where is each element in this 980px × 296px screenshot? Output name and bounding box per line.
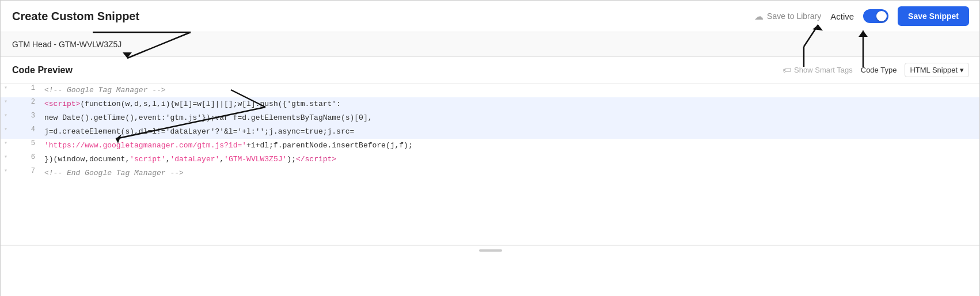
line-content: 'https://www.googletagmanager.com/gtm.js… — [44, 139, 980, 152]
line-expand-dot: ▾ — [4, 167, 7, 174]
save-snippet-button[interactable]: Save Snippet — [898, 6, 969, 26]
cloud-icon: ☁ — [754, 11, 764, 22]
line-number: 5 — [24, 139, 35, 147]
line-controls: ▾ — [1, 167, 24, 174]
header: Create Custom Snippet ☁ Save to Library … — [1, 1, 980, 32]
line-controls: ▾ — [1, 126, 24, 132]
line-number: 2 — [24, 98, 35, 106]
save-to-library-button[interactable]: ☁ Save to Library — [754, 11, 821, 22]
code-line: ▾2<script>(function(w,d,s,l,i){w[l]=w[l]… — [1, 97, 980, 111]
line-controls: ▾ — [1, 98, 24, 105]
toggle-track — [863, 9, 888, 23]
line-number: 7 — [24, 167, 35, 175]
code-line: ▾3new Date().getTime(),event:'gtm.js'});… — [1, 111, 980, 125]
page-title: Create Custom Snippet — [12, 10, 139, 23]
code-editor[interactable]: ▾1<!-- Google Tag Manager -->▾2<script>(… — [1, 84, 980, 245]
code-line: ▾4j=d.createElement(s),dl=l!='dataLayer'… — [1, 125, 980, 139]
line-expand-dot: ▾ — [4, 112, 7, 119]
chevron-down-icon: ▾ — [960, 66, 964, 74]
line-expand-dot: ▾ — [4, 126, 7, 132]
code-preview-title: Code Preview — [12, 65, 73, 75]
line-expand-dot: ▾ — [4, 84, 7, 91]
line-expand-dot: ▾ — [4, 98, 7, 105]
scrollbar-hint — [1, 245, 980, 255]
line-content: })(window,document,'script','dataLayer',… — [44, 153, 980, 166]
code-type-label: Code Type — [861, 66, 897, 74]
line-number: 3 — [24, 112, 35, 120]
active-toggle[interactable] — [863, 9, 888, 23]
line-number: 4 — [24, 126, 35, 134]
snippet-name-bar — [1, 32, 980, 57]
header-actions: ☁ Save to Library Active Save Snippet — [754, 6, 969, 26]
code-type-value: HTML Snippet — [910, 66, 958, 74]
toggle-thumb — [876, 11, 887, 21]
line-content: <!-- End Google Tag Manager --> — [44, 167, 980, 180]
code-preview-controls: 🏷 Show Smart Tags Code Type HTML Snippet… — [783, 63, 969, 77]
code-line: ▾6})(window,document,'script','dataLayer… — [1, 153, 980, 166]
active-label: Active — [830, 12, 854, 21]
tag-icon: 🏷 — [783, 65, 791, 75]
line-number: 1 — [24, 84, 35, 92]
show-smart-tags-button[interactable]: 🏷 Show Smart Tags — [783, 65, 853, 75]
line-content: j=d.createElement(s),dl=l!='dataLayer'?'… — [44, 126, 980, 138]
line-content: <script>(function(w,d,s,l,i){w[l]=w[l]||… — [44, 98, 980, 111]
show-smart-tags-label: Show Smart Tags — [794, 66, 853, 74]
line-controls: ▾ — [1, 112, 24, 119]
line-controls: ▾ — [1, 153, 24, 160]
code-preview-header: Code Preview 🏷 Show Smart Tags Code Type… — [1, 57, 980, 84]
code-type-select[interactable]: HTML Snippet ▾ — [905, 63, 969, 77]
code-preview-section: Code Preview 🏷 Show Smart Tags Code Type… — [1, 57, 980, 245]
snippet-name-input[interactable] — [12, 40, 969, 49]
line-expand-dot: ▾ — [4, 153, 7, 160]
code-line: ▾5'https://www.googletagmanager.com/gtm.… — [1, 139, 980, 153]
line-expand-dot: ▾ — [4, 139, 7, 146]
line-controls: ▾ — [1, 139, 24, 146]
scrollbar-bar — [479, 249, 502, 252]
line-number: 6 — [24, 153, 35, 161]
line-content: <!-- Google Tag Manager --> — [44, 84, 980, 97]
save-to-library-label: Save to Library — [767, 12, 821, 21]
line-controls: ▾ — [1, 84, 24, 91]
code-line: ▾7<!-- End Google Tag Manager --> — [1, 166, 980, 180]
page-wrapper: Create Custom Snippet ☁ Save to Library … — [1, 1, 980, 296]
line-content: new Date().getTime(),event:'gtm.js'});va… — [44, 112, 980, 124]
code-line: ▾1<!-- Google Tag Manager --> — [1, 84, 980, 97]
